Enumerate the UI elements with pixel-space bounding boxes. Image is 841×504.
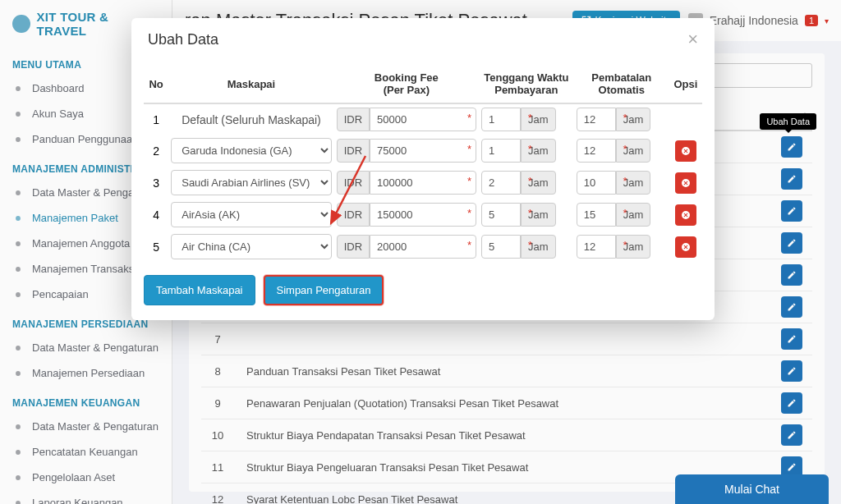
tenggang-input[interactable] [481, 235, 521, 259]
currency-label: IDR [337, 235, 370, 259]
pembatalan-input[interactable] [577, 108, 616, 131]
time-unit-label: Jam [521, 171, 556, 195]
required-icon: * [467, 143, 471, 155]
time-unit-label: Jam [616, 203, 651, 227]
row-no: 5 [144, 231, 168, 263]
tenggang-input[interactable] [481, 108, 521, 131]
maskapai-select[interactable]: Air China (CA) [171, 234, 331, 259]
modal-row: 2Garuda Indonesia (GA)IDR**Jam*Jam [144, 135, 702, 167]
required-icon: * [467, 112, 471, 124]
currency-label: IDR [337, 203, 370, 227]
time-unit-label: Jam [616, 235, 651, 259]
modal-header: Ubah Data × [131, 18, 715, 61]
th-tenggang: Tenggang Waktu Pembayaran [479, 65, 574, 103]
th-pembatalan: Pembatalan Otomatis [574, 65, 669, 103]
time-unit-label: Jam [521, 139, 556, 163]
required-icon: * [623, 112, 627, 124]
required-icon: * [467, 175, 471, 187]
time-unit-label: Jam [616, 108, 651, 131]
booking-fee-input[interactable] [370, 139, 476, 163]
required-icon: * [528, 239, 532, 251]
maskapai-select[interactable]: AirAsia (AK) [171, 202, 331, 227]
delete-row-button[interactable] [675, 236, 696, 258]
pembatalan-input[interactable] [577, 171, 616, 195]
required-icon: * [467, 239, 471, 251]
booking-fee-input[interactable] [370, 235, 476, 259]
row-no: 1 [144, 103, 168, 135]
modal-row: 4AirAsia (AK)IDR**Jam*Jam [144, 199, 702, 231]
booking-fee-input[interactable] [370, 108, 476, 131]
row-no: 4 [144, 199, 168, 231]
modal-row: 3Saudi Arabian Airlines (SV)IDR**Jam*Jam [144, 167, 702, 199]
booking-fee-input[interactable] [370, 203, 476, 227]
tenggang-input[interactable] [481, 171, 521, 195]
booking-fee-input[interactable] [370, 171, 476, 195]
modal-actions: Tambah Maskapai Simpan Pengaturan [144, 275, 702, 305]
simpan-pengaturan-button[interactable]: Simpan Pengaturan [264, 275, 384, 305]
currency-label: IDR [337, 139, 370, 163]
tenggang-input[interactable] [481, 139, 521, 163]
required-icon: * [528, 112, 532, 124]
required-icon: * [528, 143, 532, 155]
modal-row: 1Default (Seluruh Maskapai)IDR**Jam*Jam [144, 103, 702, 135]
modal-close-button[interactable]: × [687, 30, 698, 48]
modal-ubah-data: Ubah Data × No Maskapai Booking Fee (Per… [131, 18, 715, 320]
required-icon: * [623, 207, 627, 219]
th-no: No [144, 65, 168, 103]
row-no: 3 [144, 167, 168, 199]
th-booking-fee: Booking Fee (Per Pax) [334, 65, 479, 103]
currency-label: IDR [337, 171, 370, 195]
time-unit-label: Jam [616, 171, 651, 195]
th-maskapai: Maskapai [168, 65, 333, 103]
maskapai-select[interactable]: Saudi Arabian Airlines (SV) [171, 170, 331, 195]
pembatalan-input[interactable] [577, 203, 616, 227]
pembatalan-input[interactable] [577, 235, 616, 259]
maskapai-default-label: Default (Seluruh Maskapai) [168, 103, 333, 135]
delete-row-button[interactable] [675, 172, 696, 194]
time-unit-label: Jam [521, 108, 556, 131]
tambah-maskapai-button[interactable]: Tambah Maskapai [144, 275, 255, 305]
modal-title: Ubah Data [148, 31, 687, 48]
chat-button[interactable]: Mulai Chat [675, 474, 829, 504]
delete-row-button[interactable] [675, 204, 696, 226]
currency-label: IDR [337, 108, 370, 131]
modal-table: No Maskapai Booking Fee (Per Pax) Tengga… [144, 65, 702, 263]
required-icon: * [623, 239, 627, 251]
row-no: 2 [144, 135, 168, 167]
time-unit-label: Jam [521, 203, 556, 227]
tenggang-input[interactable] [481, 203, 521, 227]
time-unit-label: Jam [521, 235, 556, 259]
th-opsi: Opsi [669, 65, 702, 103]
time-unit-label: Jam [616, 139, 651, 163]
maskapai-select[interactable]: Garuda Indonesia (GA) [171, 138, 331, 163]
required-icon: * [623, 175, 627, 187]
delete-row-button[interactable] [675, 140, 696, 162]
modal-row: 5Air China (CA)IDR**Jam*Jam [144, 231, 702, 263]
pembatalan-input[interactable] [577, 139, 616, 163]
required-icon: * [467, 207, 471, 219]
required-icon: * [528, 175, 532, 187]
modal-body: No Maskapai Booking Fee (Per Pax) Tengga… [131, 61, 715, 320]
required-icon: * [623, 143, 627, 155]
required-icon: * [528, 207, 532, 219]
